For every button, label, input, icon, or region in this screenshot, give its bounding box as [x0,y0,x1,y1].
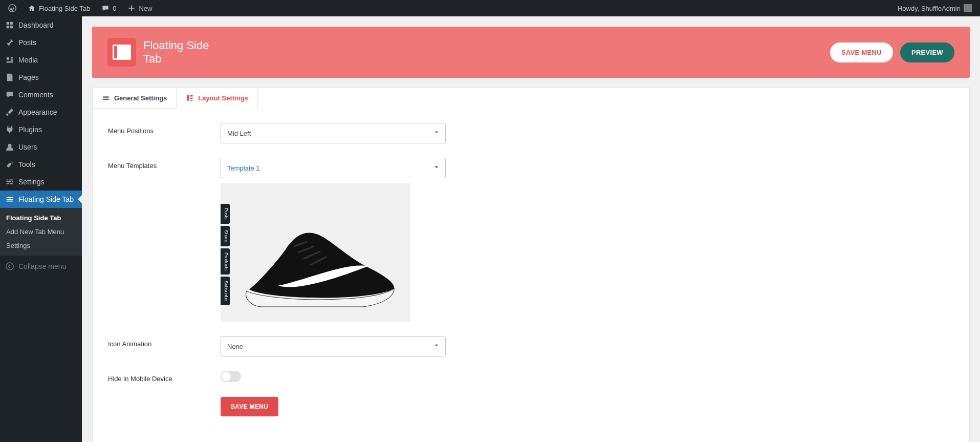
layout-icon [186,94,194,102]
save-menu-button[interactable]: SAVE MENU [830,43,893,62]
hamburger-icon [102,94,110,102]
shoe-illustration [236,204,405,315]
settings-tabs: General Settings Layout Settings [92,87,970,109]
sidebar-item-appearance[interactable]: Appearance [0,103,82,121]
sidebar-item-posts[interactable]: Posts [0,34,82,51]
menu-positions-label: Menu Positions [108,123,221,135]
content-area: Floating Side Tab SAVE MENU PREVIEW Gene… [82,0,980,442]
collapse-label: Collapse menu [18,262,66,270]
comment-icon [101,4,110,12]
sidebar-item-label: Floating Side Tab [18,195,74,203]
submenu-item-settings[interactable]: Settings [0,239,82,252]
submenu-label: Settings [6,242,30,249]
pin-icon [5,38,14,47]
sidebar-item-label: Comments [18,91,53,99]
wordpress-icon [8,4,16,12]
menu-templates-select[interactable]: Template 1 [221,158,446,178]
sidebar-item-label: Tools [18,160,35,169]
svg-point-0 [9,5,16,12]
page-icon [5,73,14,82]
sidebar-item-label: Plugins [18,125,42,134]
plugin-logo [107,38,136,67]
avatar [964,4,972,12]
sidebar-item-media[interactable]: Media [0,51,82,69]
tab-label: General Settings [114,94,167,102]
user-greeting[interactable]: Howdy, ShuffleAdmin [894,4,976,12]
comment-icon [5,90,14,99]
tab-label: Layout Settings [198,94,248,102]
greeting-text: Howdy, ShuffleAdmin [898,5,961,12]
sidebar-item-label: Pages [18,73,39,81]
site-link[interactable]: Floating Side Tab [24,4,94,12]
menu-icon [5,195,14,204]
sidebar-item-plugins[interactable]: Plugins [0,121,82,138]
sidebar-item-tools[interactable]: Tools [0,156,82,173]
menu-templates-label: Menu Templates [108,158,221,170]
menu-positions-select[interactable]: Mid Left [221,123,446,143]
wp-logo-link[interactable] [4,4,20,12]
svg-point-3 [6,263,13,270]
tab-general[interactable]: General Settings [93,88,177,109]
site-name: Floating Side Tab [39,5,90,12]
sidebar-submenu: Floating Side Tab Add New Tab Menu Setti… [0,208,82,256]
submenu-label: Add New Tab Menu [6,228,64,236]
sidebar-item-settings[interactable]: Settings [0,173,82,191]
dashboard-icon [5,20,14,30]
icon-animation-label: Icon Animation [108,336,221,348]
admin-sidebar: Dashboard Posts Media Pages Comments App… [0,16,82,442]
hide-mobile-label: Hide in Mobile Device [108,371,221,383]
hide-mobile-toggle[interactable] [221,371,241,382]
save-menu-button-bottom[interactable]: SAVE MENU [221,397,278,416]
user-icon [5,142,14,152]
comments-count: 0 [113,5,116,12]
admin-bar: Floating Side Tab 0 New Howdy, ShuffleAd… [0,0,980,16]
svg-point-1 [7,57,9,60]
sliders-icon [5,177,14,186]
sidebar-item-label: Settings [18,178,45,186]
preview-button[interactable]: PREVIEW [900,43,954,62]
sidebar-item-label: Posts [18,38,36,47]
sidebar-item-pages[interactable]: Pages [0,69,82,86]
sidebar-item-users[interactable]: Users [0,138,82,156]
wrench-icon [5,160,14,169]
new-content-link[interactable]: New [123,4,156,12]
comments-link[interactable]: 0 [97,4,120,12]
home-icon [28,4,36,12]
sidebar-item-label: Users [18,143,37,151]
plus-icon [127,4,136,12]
sidebar-item-dashboard[interactable]: Dashboard [0,16,82,34]
preview-sidetab: Share [221,226,230,246]
svg-point-2 [8,144,11,148]
chevron-left-circle-icon [5,262,14,271]
sidebar-item-label: Appearance [18,108,57,116]
media-icon [5,55,14,65]
layout-settings-panel: Menu Positions Mid Left Menu Templates T… [92,109,970,442]
preview-sidetab: Posts [221,204,230,224]
collapse-menu-button[interactable]: Collapse menu [0,258,82,275]
sidebar-item-label: Dashboard [18,21,54,29]
plugin-title: Floating Side Tab [143,39,215,66]
submenu-item-list[interactable]: Floating Side Tab [0,211,82,225]
submenu-label: Floating Side Tab [6,214,61,222]
icon-animation-select[interactable]: None [221,336,446,356]
new-label: New [139,5,152,12]
preview-sidetab: Products [221,248,230,275]
sidebar-item-comments[interactable]: Comments [0,86,82,103]
brush-icon [5,108,14,117]
preview-sidetab: Subscribe [221,277,230,305]
tab-layout[interactable]: Layout Settings [177,88,258,109]
plug-icon [5,125,14,134]
sidebar-item-floating[interactable]: Floating Side Tab [0,191,82,208]
submenu-item-add[interactable]: Add New Tab Menu [0,225,82,239]
sidebar-item-label: Media [18,56,38,64]
plugin-header: Floating Side Tab SAVE MENU PREVIEW [92,27,970,78]
template-preview: Posts Share Products Subscribe [221,183,410,322]
